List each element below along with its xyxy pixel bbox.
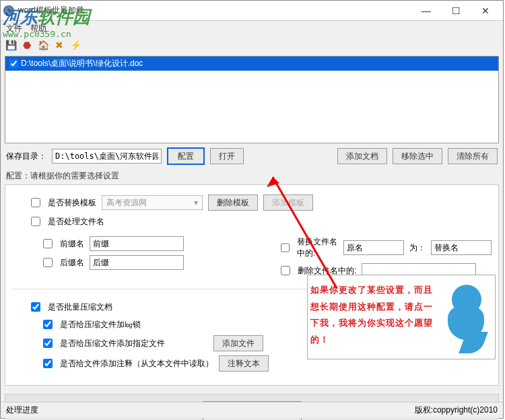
savedir-row: 保存目录： 配置 打开 添加文档 移除选中 清除所有 (1, 143, 503, 168)
file-list[interactable]: D:\tools\桌面\说明书\绿化设计.doc (5, 56, 499, 143)
config-button[interactable]: 配置 (167, 147, 205, 165)
toolbar-stop-icon[interactable]: ⬣ (21, 39, 33, 51)
minimize-button[interactable]: — (411, 1, 441, 20)
file-row-checkbox[interactable] (9, 59, 18, 68)
batch-compress-label: 是否批量压缩文档 (48, 302, 112, 313)
replace-new-input[interactable] (431, 240, 492, 255)
open-button[interactable]: 打开 (210, 148, 244, 164)
add-template-button[interactable]: 添加模板 (263, 195, 313, 211)
status-copyright: 版权:coppyright(c)2010 (415, 405, 498, 416)
replace-in-name-label: 替换文件名中的: (297, 236, 338, 259)
statusbar: 处理进度 版权:coppyright(c)2010 (1, 402, 503, 418)
suffix-checkbox[interactable] (43, 258, 53, 267)
suffix-label: 后缀名 (60, 257, 84, 269)
file-row-path: D:\tools\桌面\说明书\绿化设计.doc (21, 58, 143, 69)
replace-template-label: 是否替换模板 (48, 197, 96, 209)
config-hint-label: 配置：请根据你的需要选择设置 (1, 168, 503, 184)
hint-box[interactable]: 如果你更改了某些设置，而且想长期使用这种配置，请点一下我，我将为你实现这个愿望的… (307, 275, 496, 359)
process-filename-label: 是否处理文件名 (48, 216, 104, 228)
replace-in-name-checkbox[interactable] (281, 243, 290, 252)
status-progress-label: 处理进度 (6, 405, 38, 416)
window-title: word模板批量加载 (18, 5, 411, 16)
titlebar: word模板批量加载 — ☐ ✕ (1, 1, 503, 21)
replace-to-label: 为： (409, 242, 426, 254)
lock-checkbox[interactable] (43, 320, 53, 329)
remove-selected-button[interactable]: 移除选中 (393, 148, 442, 164)
hint-text: 如果你更改了某些设置，而且想长期使用这种配置，请点一下我，我将为你实现这个愿望的… (310, 282, 438, 349)
toolbar-play-icon[interactable]: ⚡ (69, 39, 81, 51)
app-icon (3, 5, 14, 16)
template-combo[interactable]: 高考资源网 ▾ (102, 195, 203, 210)
menu-file[interactable]: 文件 (6, 23, 22, 34)
suffix-input[interactable] (90, 255, 184, 270)
add-doc-button[interactable]: 添加文档 (337, 148, 387, 164)
add-file-button[interactable]: 添加文件 (213, 335, 263, 351)
addfile-checkbox[interactable] (43, 339, 53, 348)
menubar: 文件 帮助 (1, 21, 503, 36)
toolbar-home-icon[interactable]: 🏠 (37, 39, 49, 51)
prefix-input[interactable] (90, 236, 184, 251)
toolbar-save-icon[interactable]: 💾 (5, 39, 17, 51)
delete-in-name-checkbox[interactable] (281, 266, 290, 275)
maximize-button[interactable]: ☐ (441, 1, 471, 20)
process-filename-checkbox[interactable] (31, 217, 40, 226)
genie-icon (438, 282, 492, 349)
batch-compress-checkbox[interactable] (31, 302, 40, 312)
close-button[interactable]: ✕ (471, 1, 500, 20)
prefix-label: 前缀名 (60, 238, 84, 250)
comment-checkbox[interactable] (43, 359, 53, 368)
addfile-label: 是否给压缩文件添加指定文件 (60, 338, 165, 349)
replace-orig-input[interactable] (343, 240, 404, 255)
toolbar-settings-icon[interactable]: ✖ (53, 39, 65, 51)
comment-label: 是否给文件添加注释（从文本文件中读取） (60, 358, 213, 370)
file-row[interactable]: D:\tools\桌面\说明书\绿化设计.doc (5, 57, 498, 71)
delete-template-button[interactable]: 删除模板 (208, 195, 258, 211)
clear-all-button[interactable]: 清除所有 (448, 148, 498, 164)
chevron-down-icon: ▾ (194, 198, 198, 207)
lock-label: 是否给压缩文件加㏒锁 (60, 319, 141, 330)
comment-file-button[interactable]: 注释文本 (219, 355, 269, 372)
replace-template-checkbox[interactable] (31, 198, 40, 207)
menu-help[interactable]: 帮助 (30, 23, 46, 34)
prefix-checkbox[interactable] (43, 239, 53, 248)
toolbar: 💾 ⬣ 🏠 ✖ ⚡ (1, 36, 503, 55)
savedir-input[interactable] (52, 149, 162, 164)
savedir-label: 保存目录： (6, 151, 46, 162)
